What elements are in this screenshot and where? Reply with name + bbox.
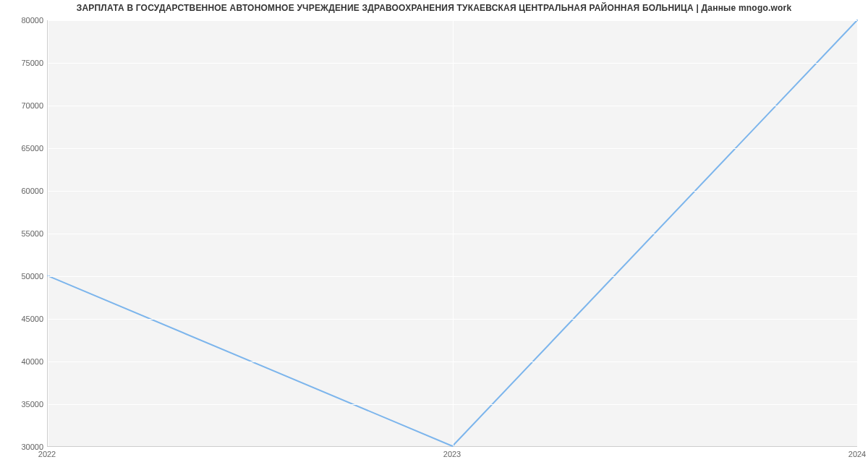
x-tick-label: 2022	[38, 450, 56, 458]
y-tick-label: 80000	[4, 16, 43, 25]
y-tick-label: 45000	[4, 315, 43, 323]
gridline-v	[48, 20, 48, 446]
y-tick-label: 70000	[4, 101, 43, 110]
y-tick-label: 30000	[4, 443, 43, 451]
gridline-v	[858, 20, 859, 446]
chart-title: ЗАРПЛАТА В ГОСУДАРСТВЕННОЕ АВТОНОМНОЕ УЧ…	[0, 3, 868, 13]
y-tick-label: 65000	[4, 144, 43, 153]
x-tick-label: 2024	[848, 450, 866, 458]
y-tick-label: 60000	[4, 187, 43, 195]
chart-container: ЗАРПЛАТА В ГОСУДАРСТВЕННОЕ АВТОНОМНОЕ УЧ…	[0, 0, 868, 470]
y-tick-label: 40000	[4, 357, 43, 366]
y-tick-label: 75000	[4, 59, 43, 67]
x-tick-label: 2023	[443, 450, 461, 458]
gridline-v	[453, 20, 454, 446]
gridline-h	[48, 447, 857, 448]
plot-area	[47, 20, 857, 447]
y-tick-label: 50000	[4, 272, 43, 281]
y-tick-label: 35000	[4, 400, 43, 409]
y-tick-label: 55000	[4, 229, 43, 238]
